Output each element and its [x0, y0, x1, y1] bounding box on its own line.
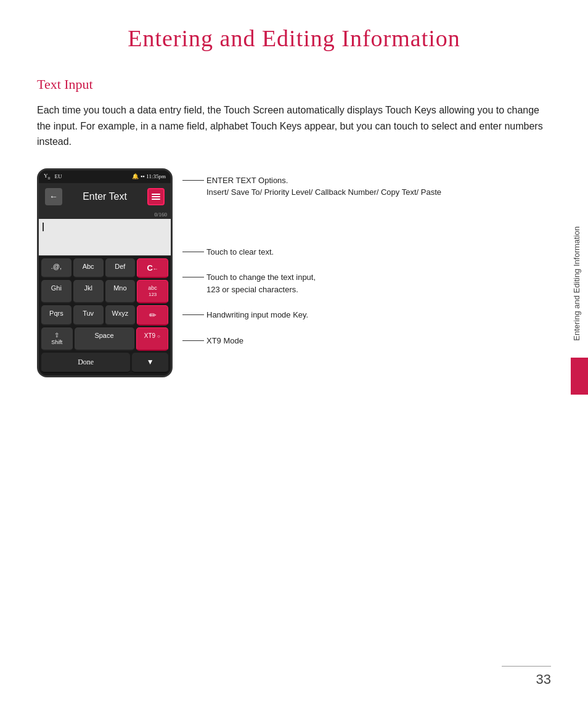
char-count: 0/160 [39, 210, 171, 219]
ann-detail-1: Insert/ Save To/ Priority Level/ Callbac… [206, 187, 441, 197]
kb-key-shift[interactable]: ⇧Shift [41, 327, 73, 351]
spacer-1 [182, 212, 441, 246]
ann-content-1: ENTER TEXT Options. Insert/ Save To/ Pri… [206, 174, 441, 199]
alarm-icon: 🔔 [132, 173, 139, 179]
right-status-icons: 🔔 ▪▪ 11:35pm [132, 173, 166, 179]
menu-line-3 [152, 199, 160, 200]
ann-dash-4 [182, 314, 204, 315]
kb-key-clear[interactable]: C← [137, 258, 168, 278]
kb-key-xt9[interactable]: XT9 ○ [136, 327, 169, 351]
menu-line-2 [152, 196, 160, 197]
kb-row-3: Pqrs Tuv Wxyz ✏ [41, 305, 168, 326]
annotations-group: ENTER TEXT Options. Insert/ Save To/ Pri… [182, 168, 441, 361]
network-icon: EU [54, 173, 62, 179]
kb-key-tuv[interactable]: Tuv [73, 305, 104, 326]
ann-content-2: Touch to clear text. [206, 246, 274, 258]
kb-row-4: ⇧Shift Space XT9 ○ [41, 327, 168, 351]
annotation-change-input: Touch to change the text input, 123 or s… [182, 271, 441, 295]
kb-done-row: Done ▼ [41, 353, 168, 373]
signal-bars: Yll [44, 173, 50, 181]
ann-dash-3 [182, 277, 204, 277]
annotation-xt9: XT9 Mode [182, 335, 441, 347]
ann-title-1: ENTER TEXT Options. [206, 176, 288, 185]
kb-done-button[interactable]: Done [41, 353, 130, 373]
side-red-bar [571, 358, 588, 395]
kb-key-symbols[interactable]: .@, [41, 258, 71, 278]
status-bar: Yll EU 🔔 ▪▪ 11:35pm [39, 170, 171, 183]
signal-icon: Yll EU [44, 173, 62, 181]
text-input-field[interactable] [39, 219, 171, 256]
annotation-enter-text: ENTER TEXT Options. Insert/ Save To/ Pri… [182, 174, 441, 199]
back-button[interactable]: ← [45, 188, 62, 205]
section-title: Text Input [37, 76, 551, 92]
kb-row-2: Ghi Jkl Mno abc123 [41, 280, 168, 304]
kb-key-space[interactable]: Space [75, 327, 134, 351]
text-cursor [43, 223, 44, 231]
ann-title-5: XT9 Mode [206, 336, 243, 345]
ann-title-3: Touch to change the text input, [206, 273, 316, 282]
side-label: Entering and Editing Information [566, 185, 588, 382]
ann-dash-5 [182, 340, 204, 341]
ann-content-5: XT9 Mode [206, 335, 243, 347]
time-display: 11:35pm [146, 173, 166, 179]
page-title: Entering and Editing Information [37, 25, 551, 52]
kb-key-handwriting[interactable]: ✏ [137, 305, 168, 326]
kb-key-wxyz[interactable]: Wxyz [105, 305, 136, 326]
header-title: Enter Text [83, 191, 127, 202]
kb-key-pqrs[interactable]: Pqrs [41, 305, 71, 326]
annotation-handwriting: Handwriting input mode Key. [182, 309, 441, 321]
ann-title-4: Handwriting input mode Key. [206, 310, 308, 319]
ann-dash-2 [182, 252, 204, 252]
kb-key-jkl[interactable]: Jkl [73, 280, 104, 304]
kb-key-abc[interactable]: Abc [73, 258, 104, 278]
bottom-line [502, 666, 551, 667]
kb-arrow-button[interactable]: ▼ [132, 353, 168, 373]
menu-button[interactable] [147, 188, 165, 205]
ann-content-3: Touch to change the text input, 123 or s… [206, 271, 316, 295]
menu-line-1 [152, 194, 160, 195]
kb-key-def[interactable]: Def [105, 258, 136, 278]
phone-mockup: Yll EU 🔔 ▪▪ 11:35pm ← Enter Text [37, 168, 173, 377]
phone-header: ← Enter Text [39, 183, 171, 210]
keyboard: .@, Abc Def C← Ghi Jkl Mno abc123 Pqrs T… [39, 256, 171, 376]
ann-title-2: Touch to clear text. [206, 247, 274, 257]
battery-icon: ▪▪ [141, 173, 144, 179]
ann-detail-3: 123 or special characters. [206, 285, 298, 294]
annotation-clear: Touch to clear text. [182, 246, 441, 258]
diagram-area: Yll EU 🔔 ▪▪ 11:35pm ← Enter Text [37, 168, 551, 377]
kb-key-mno[interactable]: Mno [105, 280, 136, 304]
kb-key-ghi[interactable]: Ghi [41, 280, 71, 304]
ann-content-4: Handwriting input mode Key. [206, 309, 308, 321]
ann-dash-1 [182, 180, 204, 181]
bottom-area: 33 [502, 666, 551, 688]
body-text: Each time you touch a data entry field, … [37, 102, 551, 150]
kb-row-1: .@, Abc Def C← [41, 258, 168, 278]
kb-key-abc123[interactable]: abc123 [137, 280, 168, 304]
page-number: 33 [536, 671, 551, 688]
side-label-text: Entering and Editing Information [571, 226, 582, 341]
